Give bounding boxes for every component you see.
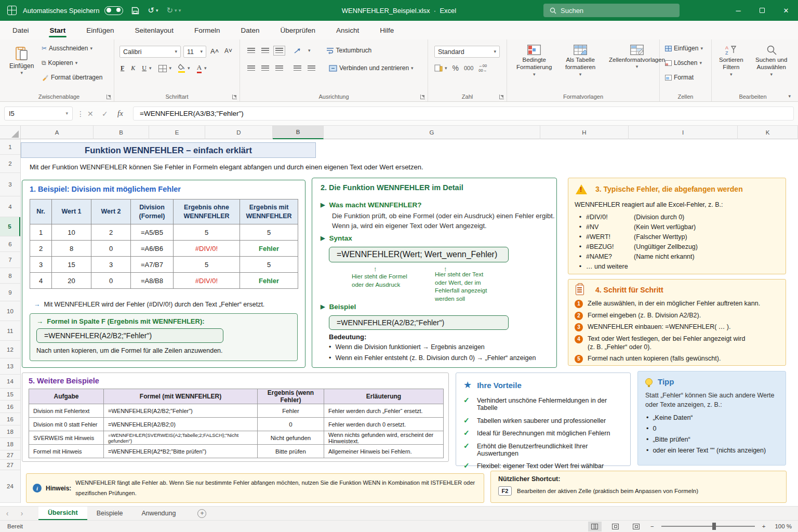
zoom-in-button[interactable]: + [762, 523, 766, 529]
formula-input[interactable]: =WENNFEHLER(A3/B3;"Fehler") [133, 107, 794, 121]
cell-styles-button[interactable]: Zellenformatvorlagen ▾ [609, 45, 665, 69]
row-header-10[interactable]: 10 [0, 301, 20, 321]
page-break-view-button[interactable] [630, 522, 643, 531]
accounting-format-button[interactable] [434, 64, 443, 72]
column-header-B[interactable]: B [94, 126, 149, 139]
ribbon-tab-formeln[interactable]: Formeln [193, 22, 221, 38]
row-header-16[interactable]: 16 [0, 401, 20, 413]
save-button[interactable] [131, 7, 139, 15]
percent-style-button[interactable]: % [453, 64, 459, 72]
find-select-button[interactable]: Suchen und Auswählen ▾ [755, 45, 787, 77]
add-sheet-button[interactable]: + [197, 509, 206, 518]
column-header-A[interactable]: A [21, 126, 94, 139]
row-header-3[interactable]: 3 [0, 173, 20, 196]
ribbon-tab-ansicht[interactable]: Ansicht [335, 22, 360, 38]
align-top-button[interactable] [247, 48, 255, 54]
grow-font-button[interactable]: A˄ [210, 47, 219, 55]
ribbon-tab-daten[interactable]: Daten [240, 22, 260, 38]
ribbon-tab-einfügen[interactable]: Einfügen [85, 22, 115, 38]
sort-filter-button[interactable]: AZ Sortieren Filtern ▾ [719, 45, 743, 77]
align-right-button[interactable] [275, 65, 283, 71]
format-painter-button[interactable]: Format übertragen [42, 74, 102, 81]
row-header-6[interactable]: 6 [0, 236, 20, 252]
number-format-select[interactable]: Standard▾ [434, 46, 500, 58]
cancel-entry-icon[interactable]: ✕ [87, 107, 94, 121]
conditional-formatting-button[interactable]: Bedingte Formatierung ▾ [516, 45, 552, 77]
select-all-corner[interactable] [0, 126, 21, 139]
row-header-8[interactable]: 8 [0, 268, 20, 284]
ribbon-tab-seitenlayout[interactable]: Seitenlayout [134, 22, 175, 38]
column-header-I[interactable]: I [629, 126, 738, 139]
clipboard-dialog-launcher[interactable] [107, 95, 111, 99]
autosave-toggle[interactable] [104, 6, 123, 15]
align-bottom-button[interactable] [275, 48, 283, 54]
format-cells-button[interactable]: Format [665, 74, 694, 81]
row-header-12[interactable]: 12 [0, 341, 20, 358]
bold-button[interactable]: F [121, 64, 124, 72]
ribbon-tab-start[interactable]: Start [49, 22, 67, 38]
column-header-H[interactable]: H [540, 126, 629, 139]
undo-button[interactable]: ↺▾ [148, 6, 158, 15]
borders-button[interactable] [158, 65, 167, 72]
comma-style-button[interactable]: 000 [464, 65, 473, 71]
redo-button[interactable]: ↻▾▾ [167, 6, 181, 15]
column-header-E[interactable]: E [149, 126, 205, 139]
row-header-13[interactable]: 13 [0, 358, 20, 375]
normal-view-button[interactable] [588, 522, 602, 531]
insert-cells-button[interactable]: Einfügen▾ [665, 45, 703, 52]
ribbon-tab-überprüfen[interactable]: Überprüfen [279, 22, 316, 38]
row-header-27[interactable]: 27 [0, 460, 20, 470]
copy-button[interactable]: ⧉Kopieren▾ [42, 59, 77, 66]
orientation-button[interactable] [294, 47, 302, 54]
align-center-button[interactable] [261, 65, 269, 71]
column-header-G[interactable]: G [324, 126, 540, 139]
cut-button[interactable]: ✂Ausschneiden▾ [42, 45, 92, 52]
row-header-18[interactable]: 18 [0, 438, 20, 450]
zoom-level[interactable]: 100 % [775, 523, 792, 529]
sheet-tab-übersicht[interactable]: Übersicht [38, 507, 87, 520]
shrink-font-button[interactable]: A˅ [224, 47, 232, 55]
next-sheet-button[interactable]: › [15, 507, 29, 520]
row-header-15[interactable]: 15 [0, 389, 20, 401]
row-header-11[interactable]: 11 [0, 321, 20, 341]
row-header-1[interactable]: 1 [0, 139, 20, 155]
worksheet-grid[interactable]: 12345678910111213141516161818272724 Funk… [0, 139, 798, 506]
prev-sheet-button[interactable]: ‹ [0, 507, 15, 520]
delete-cells-button[interactable]: Löschen▾ [665, 59, 702, 66]
font-name-select[interactable]: Calibri▾ [119, 46, 181, 58]
font-size-select[interactable]: 11▾ [183, 46, 206, 58]
column-header-B[interactable]: B [273, 126, 324, 139]
sheet-tab-anwendung[interactable]: Anwendung [132, 507, 185, 520]
minimize-button[interactable]: ─ [726, 0, 750, 21]
column-header-K[interactable]: K [738, 126, 798, 139]
row-header-7[interactable]: 7 [0, 252, 20, 268]
row-header-14[interactable]: 14 [0, 375, 20, 389]
maximize-button[interactable] [750, 0, 774, 21]
align-left-button[interactable] [247, 65, 255, 71]
row-header-9[interactable]: 9 [0, 284, 20, 301]
excel-app-icon[interactable] [7, 6, 17, 15]
confirm-entry-icon[interactable]: ✓ [102, 107, 108, 121]
paste-button[interactable]: Einfügen ▾ [9, 46, 34, 75]
increase-indent-button[interactable] [308, 65, 315, 71]
row-header-5[interactable]: 5 [0, 217, 20, 236]
collapse-ribbon-chevron[interactable]: ▾ [788, 94, 791, 99]
italic-button[interactable]: K [131, 64, 135, 72]
zoom-out-button[interactable]: − [650, 523, 654, 529]
merge-center-button[interactable]: Verbinden und zentrieren ▾ [329, 64, 414, 72]
format-as-table-button[interactable]: Als Tabelle formatieren ▾ [565, 45, 595, 77]
alignment-dialog-launcher[interactable] [420, 95, 425, 99]
sheet-tab-beispiele[interactable]: Beispiele [87, 507, 132, 520]
row-header-2[interactable]: 2 [0, 155, 20, 173]
align-middle-button[interactable] [261, 48, 269, 54]
zoom-slider[interactable] [661, 526, 755, 527]
fill-color-button[interactable] [178, 64, 185, 73]
font-color-button[interactable]: A [197, 63, 202, 73]
underline-button[interactable]: U [142, 64, 147, 72]
decrease-indent-button[interactable] [294, 65, 301, 71]
ribbon-tab-hilfe[interactable]: Hilfe [379, 22, 395, 38]
insert-function-icon[interactable]: fx [117, 107, 123, 121]
font-dialog-launcher[interactable] [232, 95, 237, 99]
page-layout-view-button[interactable] [609, 522, 622, 531]
name-box[interactable]: I5 ▾ [4, 107, 73, 121]
